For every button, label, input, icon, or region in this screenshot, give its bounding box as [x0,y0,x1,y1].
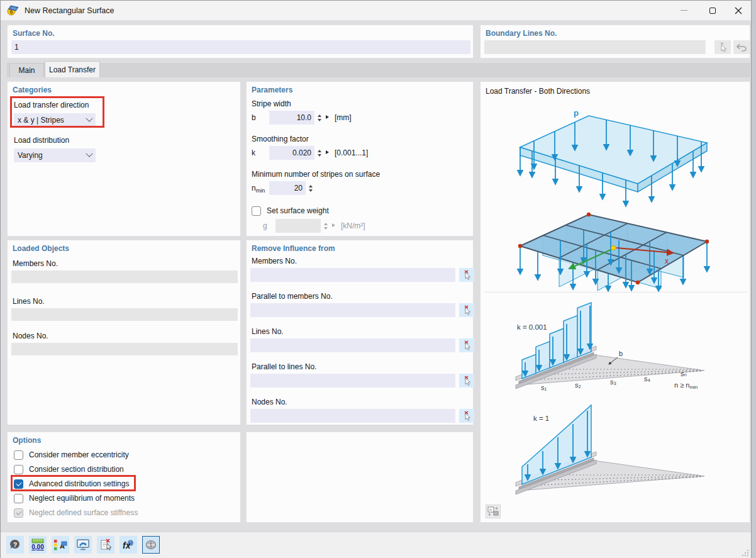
nodes-no-label: Nodes No. [13,332,48,340]
option-label: Advanced distribution settings [29,479,129,488]
smoothing-factor-range: [0.001...1] [335,148,368,157]
chevron-down-icon [86,150,92,157]
load-distribution-value: Varying [18,151,87,160]
dialog-window: 6 New Rectangular Surface Surface No. Bo… [0,0,752,558]
smoothing-factor-input[interactable] [269,146,314,160]
min-stripes-symbol: nmin [252,184,265,194]
b-dimension-label: b [619,350,623,357]
stripe-width-unit: [mm] [335,113,352,122]
s3-label: s₃ [610,378,616,386]
units-and-decimal-places-button[interactable]: 0,00 [29,536,47,554]
tab-load-transfer-label: Load Transfer [49,65,96,74]
close-icon [735,7,742,14]
tab-load-transfer[interactable]: Load Transfer [45,61,100,77]
checkbox-unchecked-icon[interactable] [14,494,23,503]
surface-weight-input[interactable] [275,219,321,233]
ri-nodes-no-input[interactable] [250,409,455,423]
s1-label: s₁ [541,384,547,391]
checkbox-unchecked-icon[interactable] [252,206,261,216]
close-button[interactable] [724,1,753,20]
svg-text:0,00: 0,00 [31,544,44,550]
tab-main[interactable]: Main [9,63,44,77]
load-transfer-direction-label: Load transfer direction [14,101,89,109]
minimize-button[interactable] [669,1,698,20]
stripe-width-label: Stripe width [252,99,291,108]
option-consider-member-eccentricity[interactable]: Consider member eccentricity [14,449,129,460]
load-distribution-select[interactable]: Varying [14,148,96,162]
boundary-lines-input[interactable] [484,40,706,54]
remove-influence-panel: Remove Influence from Members No. Parall… [246,240,474,425]
stripe-width-input[interactable] [269,111,314,125]
min-stripes-input[interactable] [269,181,306,195]
restore-boundary-lines-button[interactable] [733,40,750,54]
icon-badge: 6 [10,9,13,15]
select-pointer-icon [718,42,728,52]
option-consider-section-distribution[interactable]: Consider section distribution [14,464,124,475]
toggle-picture-button[interactable] [486,505,501,518]
parameters-panel: Parameters Stripe width b [mm] Smoothing… [246,81,474,237]
smoothing-factor-spinner[interactable] [316,146,323,160]
parameters-title: Parameters [252,86,292,94]
select-boundary-lines-button[interactable] [714,40,731,54]
select-delete-pointer-icon [462,411,472,421]
min-stripes-spinner[interactable] [307,181,314,195]
screen: 6 New Rectangular Surface Surface No. Bo… [0,0,756,558]
lines-no-input[interactable] [11,308,238,321]
ri-parallel-members-label: Parallel to members No. [252,292,333,301]
ri-parallel-members-input[interactable] [250,303,455,317]
select-delete-pointer-icon [462,305,472,315]
load-transfer-direction-value: x & y | Stripes [18,116,87,125]
load-distribution-label: Load distribution [14,136,69,145]
brain-icon [145,538,157,551]
p-load-label: p [574,108,579,118]
k-one-label: k = 1 [533,415,549,422]
edit-selection-button[interactable] [97,536,114,554]
members-no-input[interactable] [11,271,238,283]
function-fx-icon: fx [121,538,135,551]
ri-parallel-lines-input[interactable] [250,374,455,388]
ri-members-no-input[interactable] [250,268,455,282]
option-neglect-equilibrium-of-moments[interactable]: Neglect equilibrium of moments [14,493,135,504]
stripe-width-detail-arrow[interactable] [326,115,329,119]
smoothing-factor-diagram: k = 0.001 b s₁ s₂ s₃ s₄ sₙ n ≥ nmin [481,294,750,502]
ri-parallel-members-select-button[interactable] [459,303,474,317]
help-button[interactable]: ? [6,536,24,554]
ri-nodes-select-button[interactable] [459,409,474,423]
option-advanced-distribution-settings[interactable]: Advanced distribution settings [14,478,129,489]
nodes-no-input[interactable] [11,343,238,355]
load-transfer-diagram-panel: Load Transfer - Both Directions [480,81,750,523]
smoothing-factor-detail-arrow[interactable] [326,150,329,154]
both-directions-diagram: p [481,98,750,292]
ri-members-select-button[interactable] [459,268,474,282]
stripe-width-symbol: b [252,113,256,122]
help-icon: ? [9,538,21,551]
spin-up-icon [318,150,321,152]
maximize-button[interactable] [698,1,727,20]
ai-assistant-button[interactable] [142,536,160,554]
rendering-view-button[interactable] [74,536,92,554]
ri-nodes-no-label: Nodes No. [252,398,287,406]
stripe-width-spinner[interactable] [316,111,323,125]
origin-node [611,246,616,250]
load-transfer-direction-select[interactable]: x & y | Stripes [14,113,96,127]
n-condition-label: n ≥ nmin [674,381,698,390]
checkbox-checked-disabled-icon [14,508,23,518]
smooth-distribution: k = 1 [516,405,704,494]
ri-lines-select-button[interactable] [459,338,474,352]
formula-button[interactable]: fx [120,536,137,554]
checkbox-unchecked-icon[interactable] [14,450,23,460]
undo-arrow-icon [736,43,747,52]
resize-grip[interactable] [741,549,750,557]
checkbox-checked-icon[interactable] [14,479,23,489]
lines-no-label: Lines No. [13,297,45,306]
set-surface-weight-option[interactable]: Set surface weight [252,205,329,216]
select-delete-pointer-icon [462,340,472,350]
ri-parallel-lines-select-button[interactable] [459,374,474,388]
svg-text:fx: fx [123,540,131,550]
ri-lines-no-input[interactable] [250,338,455,352]
maximize-icon [709,8,716,14]
display-properties-button[interactable]: A [52,536,69,554]
surface-no-input[interactable] [11,40,470,54]
x-axis-label: x [665,257,669,265]
checkbox-unchecked-icon[interactable] [14,465,23,474]
